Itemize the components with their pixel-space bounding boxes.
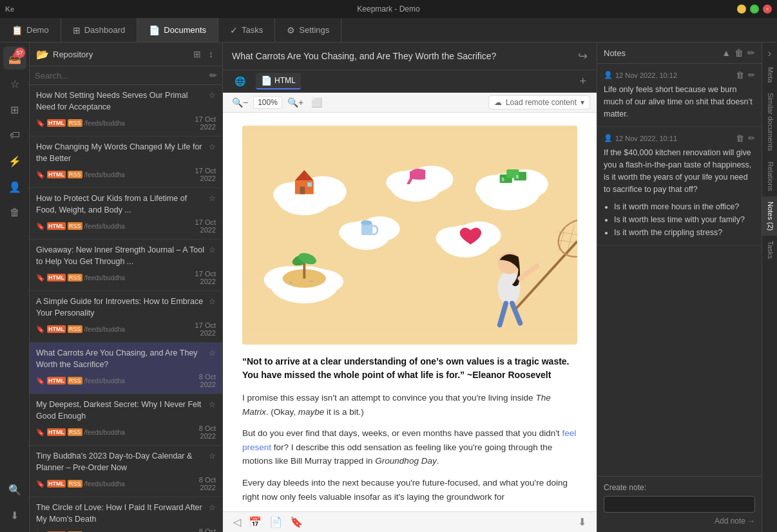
svg-rect-6 (300, 187, 305, 195)
star-icon[interactable]: ☆ (209, 399, 216, 410)
notes-edit[interactable]: ✏ (747, 48, 755, 58)
star-icon: ☆ (10, 78, 19, 90)
search-input[interactable] (35, 71, 206, 81)
tab-tasks[interactable]: ✓ Tasks (218, 18, 275, 42)
article-image: $ $ (242, 126, 577, 345)
list-item[interactable]: Giveaway: New Inner Strength Journal – A… (30, 240, 222, 291)
maybe-em: maybe (298, 407, 325, 417)
star-icon[interactable]: ☆ (209, 451, 216, 462)
doc-title-text: My Deepest, Darkest Secret: Why I Never … (36, 399, 209, 422)
svg-rect-0 (242, 136, 577, 334)
notes-scroll-up[interactable]: ▲ (722, 48, 731, 58)
tab-documents[interactable]: 📄 Documents (137, 18, 218, 42)
doc-icons: 🔖 HTML RSS /feeds/buddha (36, 377, 125, 385)
feel-present-link[interactable]: feel present (242, 428, 576, 452)
html-view-button[interactable]: 📄 HTML (256, 73, 301, 90)
star-icon[interactable]: ☆ (209, 193, 216, 204)
share-button[interactable]: ↪ (578, 49, 588, 63)
rail-down[interactable]: ⬇ (3, 504, 26, 527)
tab-settings[interactable]: ⚙ Settings (275, 18, 341, 42)
rail-grid[interactable]: ⊞ (3, 98, 26, 121)
zoom-out-button[interactable]: 🔍− (229, 96, 251, 109)
zoom-in-button[interactable]: 🔍+ (285, 96, 306, 109)
tabbar: 📋 Demo ⊞ Dashboard 📄 Documents ✓ Tasks ⚙… (0, 18, 777, 43)
list-item[interactable]: How Not Setting Needs Serves Our Primal … (30, 85, 222, 137)
rail-search[interactable]: 🔍 (3, 478, 26, 501)
meta-tab-meta[interactable]: Meta (762, 62, 777, 88)
create-note-input[interactable] (604, 496, 755, 513)
list-item[interactable]: How to Protect Our Kids from a Lifetime … (30, 188, 222, 240)
note-2-delete[interactable]: 🗑 (736, 133, 744, 143)
export-button[interactable]: ⬇ (574, 515, 590, 529)
note-1-edit[interactable]: ✏ (748, 70, 755, 80)
doc-icons: 🔖 HTML RSS /feeds/buddha (36, 274, 125, 282)
list-item[interactable]: What Carrots Are You Chasing, and Are Th… (30, 343, 222, 394)
article-para2: But do you ever find that days, weeks, o… (242, 426, 577, 468)
doc-button[interactable]: 📄 (265, 515, 286, 529)
doc-title-text: What Carrots Are You Chasing, and Are Th… (36, 348, 209, 370)
rail-filter[interactable]: ⚡ (3, 149, 26, 173)
prev-button[interactable]: ◁ (229, 515, 245, 529)
meta-chevron[interactable]: › (765, 45, 774, 62)
rail-person[interactable]: 👤 (3, 175, 26, 198)
web-icon: 🌐 (235, 76, 245, 86)
load-remote-button[interactable]: ☁ Load remote content ▾ (488, 95, 590, 109)
doc-date: 8 Oct 2022 (199, 476, 216, 491)
list-item[interactable]: My Deepest, Darkest Secret: Why I Never … (30, 394, 222, 446)
notes-controls: ▲ 🗑 ✏ (722, 48, 755, 58)
star-icon[interactable]: ☆ (209, 90, 216, 101)
sidebar: 📂 Repository ⊞ ↕ ✏ How Not Setting Needs… (30, 43, 223, 532)
add-note-button[interactable]: Add note → (715, 517, 755, 526)
star-icon[interactable]: ☆ (209, 245, 216, 256)
list-item[interactable]: How Changing My Words Changed My Life fo… (30, 137, 222, 188)
grid-view-button[interactable]: ⊞ (191, 48, 204, 61)
meta-tab-notes[interactable]: Notes (2) (762, 196, 777, 236)
article-quote: “Not to arrive at a clear understanding … (242, 355, 577, 382)
bookmark-button[interactable]: 🔖 (286, 515, 307, 529)
sidebar-header: 📂 Repository ⊞ ↕ (30, 43, 222, 66)
search-bar: ✏ (30, 66, 222, 85)
app-logo: Ke (5, 5, 14, 13)
notes-header: Notes ▲ 🗑 ✏ (597, 43, 762, 64)
rail-inbox[interactable]: 📥 57 (3, 46, 26, 70)
zoom-level: 100% (253, 96, 282, 109)
note-1-text: Life only feels short because we burn mu… (604, 84, 755, 120)
repo-left: 📂 Repository (36, 48, 93, 61)
rail-tag[interactable]: 🏷 (3, 124, 26, 147)
notes-delete[interactable]: 🗑 (734, 48, 743, 58)
doc-title-text: The Circle of Love: How I Paid It Forwar… (36, 502, 209, 525)
doc-icons: 🔖 HTML RSS /feeds/buddha (36, 480, 125, 488)
rail-trash[interactable]: 🗑 (3, 201, 26, 224)
meta-tab-tasks[interactable]: Tasks (762, 236, 777, 264)
edit-icon[interactable]: ✏ (209, 70, 217, 81)
content-header: What Carrots Are You Chasing, and Are Th… (223, 43, 597, 70)
calendar-button[interactable]: 📅 (245, 515, 265, 529)
tag-icon: 🏷 (10, 129, 20, 141)
close-button[interactable]: × (763, 5, 772, 14)
tab-demo[interactable]: 📋 Demo (0, 18, 61, 42)
minimize-button[interactable]: − (737, 5, 746, 14)
content-body: $ $ (223, 113, 597, 511)
rail-star[interactable]: ☆ (3, 72, 26, 95)
fit-page-button[interactable]: ⬜ (309, 96, 325, 109)
note-2-list-item-3: Is it worth the crippling stress? (614, 226, 755, 239)
list-item[interactable]: Tiny Buddha's 2023 Day-to-Day Calendar &… (30, 446, 222, 497)
note-2-edit[interactable]: ✏ (748, 133, 755, 143)
star-icon[interactable]: ☆ (209, 296, 216, 307)
note-1-delete[interactable]: 🗑 (736, 70, 744, 80)
meta-tab-similar[interactable]: Similar documents (762, 88, 777, 156)
rss-badge: RSS (68, 480, 82, 488)
star-icon[interactable]: ☆ (209, 502, 216, 513)
star-icon[interactable]: ☆ (209, 142, 216, 153)
star-icon[interactable]: ☆ (209, 348, 216, 359)
maximize-button[interactable]: □ (750, 5, 759, 14)
meta-tab-relations[interactable]: Relations (762, 157, 777, 196)
list-item[interactable]: The Circle of Love: How I Paid It Forwar… (30, 497, 222, 532)
sort-button[interactable]: ↕ (206, 48, 216, 61)
doc-icons: 🔖 HTML RSS /feeds/buddha (36, 222, 125, 231)
list-item[interactable]: A Simple Guide for Introverts: How to Em… (30, 291, 222, 343)
web-view-button[interactable]: 🌐 (229, 73, 251, 89)
tab-dashboard[interactable]: ⊞ Dashboard (61, 18, 138, 42)
doc-icons: 🔖 HTML RSS /feeds/buddha (36, 171, 125, 179)
add-view-button[interactable]: + (575, 73, 590, 90)
